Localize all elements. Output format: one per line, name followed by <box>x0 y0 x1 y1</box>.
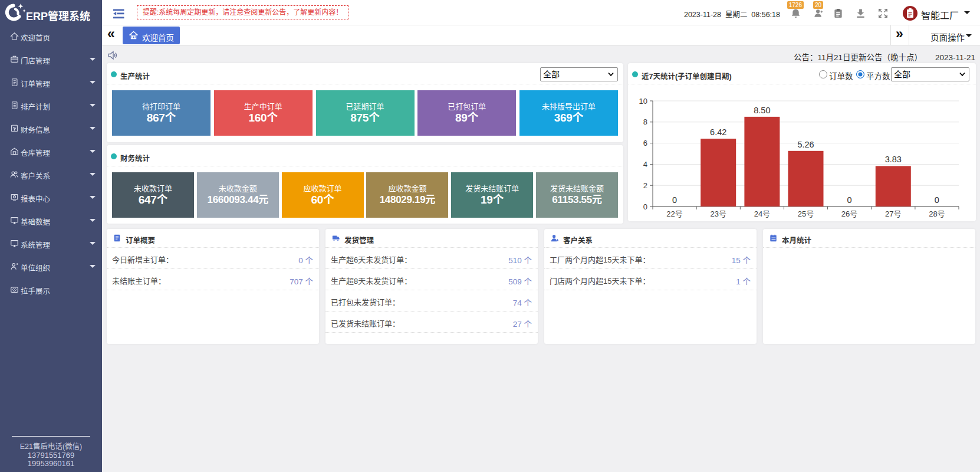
svg-text:3.83: 3.83 <box>885 155 902 164</box>
svg-text:6: 6 <box>643 139 647 148</box>
svg-text:0: 0 <box>935 195 939 205</box>
svg-text:0: 0 <box>847 195 852 205</box>
svg-text:4: 4 <box>643 160 647 169</box>
svg-text:8: 8 <box>643 117 647 126</box>
svg-text:8.50: 8.50 <box>754 106 770 115</box>
svg-text:22号: 22号 <box>666 209 682 218</box>
svg-text:23号: 23号 <box>710 209 726 218</box>
svg-text:0: 0 <box>643 202 647 211</box>
svg-text:25号: 25号 <box>798 209 814 218</box>
svg-text:26号: 26号 <box>841 209 857 218</box>
svg-text:5.26: 5.26 <box>797 140 814 149</box>
svg-text:28号: 28号 <box>929 209 945 218</box>
svg-text:10: 10 <box>639 97 647 106</box>
svg-text:6.42: 6.42 <box>710 127 726 137</box>
svg-text:2: 2 <box>643 181 647 190</box>
svg-text:24号: 24号 <box>754 209 770 218</box>
svg-text:27号: 27号 <box>885 209 901 218</box>
svg-text:0: 0 <box>672 195 677 205</box>
